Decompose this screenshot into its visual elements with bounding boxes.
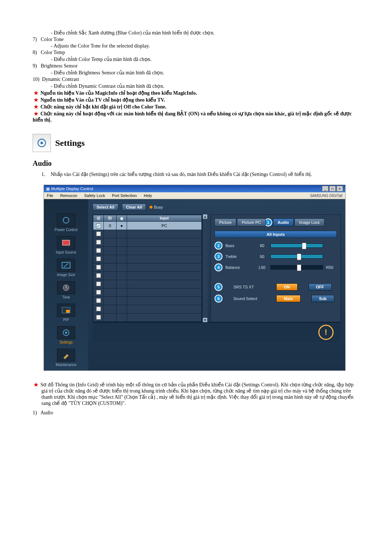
note-4: ★ Chức năng này chỉ hoạt động với các mà…: [33, 111, 359, 123]
slider-treble[interactable]: [270, 254, 323, 259]
row-check[interactable]: [96, 290, 101, 295]
row-check[interactable]: [96, 265, 101, 270]
srs-on-button[interactable]: ON: [276, 283, 298, 291]
label-srs: SRS TS XT: [233, 285, 265, 289]
row-check[interactable]: [96, 240, 101, 245]
sidebar-item-image[interactable]: Image Size: [46, 259, 86, 277]
table-row[interactable]: [93, 238, 202, 247]
menu-help[interactable]: Help: [144, 193, 152, 198]
table-row[interactable]: [93, 297, 202, 305]
note-3-text: Chức năng này chỉ bật khi đặt giá trị Of…: [41, 104, 167, 110]
row-check[interactable]: [96, 257, 101, 261]
label-brightness-sensor: Brightness Sensor: [41, 63, 78, 69]
sound-sub-button[interactable]: Sub: [311, 295, 334, 302]
busy-indicator: Busy: [150, 205, 163, 209]
col-check[interactable]: ☑: [93, 215, 104, 222]
callout-5: 5: [215, 283, 222, 291]
col-id[interactable]: ID: [104, 215, 117, 222]
menu-remocon[interactable]: Remocon: [60, 193, 77, 198]
sidebar-label-power: Power Control: [46, 228, 86, 232]
col-input[interactable]: Input: [127, 215, 202, 222]
maximize-button[interactable]: □: [329, 186, 336, 192]
app-icon: ▦: [46, 186, 50, 191]
item-9-sub: - Điều chỉnh Brightness Sensor của màn h…: [33, 70, 359, 76]
table-row[interactable]: [93, 280, 202, 288]
row-check[interactable]: [96, 298, 101, 303]
tab-picture[interactable]: Picture: [215, 218, 236, 226]
table-row[interactable]: [93, 313, 202, 322]
table-row[interactable]: [93, 247, 202, 255]
table-row[interactable]: [93, 255, 202, 263]
callout-6: 6: [215, 295, 222, 303]
row-input: PC: [127, 222, 202, 230]
row-lamp-icon: ●: [117, 222, 127, 230]
status-bar: !: [93, 322, 341, 342]
num-7: 7): [33, 37, 37, 42]
table-row[interactable]: [93, 263, 202, 272]
minimize-button[interactable]: _: [322, 186, 328, 192]
sidebar-item-maint[interactable]: Maintenance: [46, 349, 86, 367]
info-grid-note: ★ Sơ đồ Thông tin (Info Grid) sẽ trình b…: [33, 382, 359, 406]
sidebar-label-pip: PIP: [46, 318, 86, 322]
title-bar: ▦ Multiple Display Control _ □ ×: [44, 185, 345, 192]
sidebar-item-power[interactable]: Power Control: [46, 214, 86, 232]
item-10: 10) Dynamic Contrast: [33, 77, 359, 82]
table-row[interactable]: [93, 305, 202, 313]
value-balance-l: L50: [257, 265, 268, 270]
callout-2: 2: [215, 242, 222, 250]
row-check[interactable]: ✔: [96, 223, 101, 228]
svg-point-2: [63, 217, 69, 223]
clear-all-button[interactable]: Clear All: [122, 204, 146, 211]
tab-picture-pc[interactable]: Picture PC: [237, 218, 266, 226]
tab-audio[interactable]: Audio: [273, 218, 294, 226]
sidebar-item-settings[interactable]: Settings: [46, 326, 86, 344]
row-check[interactable]: [96, 231, 101, 236]
menu-file[interactable]: File: [47, 193, 53, 198]
num-8: 8): [33, 50, 37, 55]
scroll-down-icon[interactable]: ▼: [203, 318, 207, 322]
sidebar-item-input[interactable]: Input Source: [46, 236, 86, 254]
sound-main-button[interactable]: Main: [276, 295, 301, 302]
col-lamp[interactable]: ◉: [117, 215, 127, 222]
menu-port-selection[interactable]: Port Selection: [112, 193, 136, 198]
num-10: 10): [33, 77, 40, 82]
label-bass: Bass: [225, 243, 254, 248]
slider-balance[interactable]: [270, 265, 323, 270]
scroll-up-icon[interactable]: ▲: [203, 214, 207, 219]
sidebar-item-pip[interactable]: PIP: [46, 304, 86, 322]
time-icon: [57, 281, 75, 294]
item-8: 8) Color Temp: [33, 50, 359, 56]
tab-image-lock[interactable]: Image Lock: [294, 218, 324, 226]
svg-rect-7: [66, 310, 70, 313]
blue-sub: - Điều chỉnh Sắc Xanh dương (Blue Color)…: [33, 30, 359, 36]
app-title: Multiple Display Control: [51, 186, 93, 191]
sidebar-label-time: Time: [46, 295, 86, 299]
menu-safety-lock[interactable]: Safety Lock: [84, 193, 105, 198]
row-srs: 5 SRS TS XT ON OFF: [215, 283, 337, 291]
table-row[interactable]: [93, 272, 202, 280]
grid-scrollbar[interactable]: ▲ ▼: [202, 214, 208, 322]
row-check[interactable]: [96, 315, 101, 320]
sidebar-item-time[interactable]: Time: [46, 281, 86, 299]
item-7: 7) Color Tone: [33, 37, 359, 42]
table-row[interactable]: [93, 288, 202, 297]
row-sound-select: 6 Sound Select Main Sub: [215, 295, 337, 303]
table-row[interactable]: [93, 230, 202, 238]
item-audio: 1) Audio: [33, 410, 359, 416]
all-inputs-button[interactable]: All Inputs: [215, 231, 337, 238]
row-check[interactable]: [96, 307, 101, 311]
star-icon: ★: [33, 97, 39, 103]
star-icon: ★: [33, 111, 39, 117]
table-row[interactable]: ✔ 0 ● PC: [93, 222, 202, 230]
select-all-button[interactable]: Select All: [93, 204, 118, 211]
row-check[interactable]: [96, 248, 101, 253]
slider-bass[interactable]: [270, 243, 323, 248]
row-check[interactable]: [96, 273, 101, 278]
busy-dot-icon: [150, 206, 152, 209]
row-check[interactable]: [96, 282, 101, 286]
close-button[interactable]: ×: [336, 186, 343, 192]
sidebar: Power Control Input Source Image Size Ti…: [44, 199, 88, 370]
sidebar-label-input: Input Source: [46, 250, 86, 254]
srs-off-button[interactable]: OFF: [309, 283, 332, 291]
svg-point-1: [41, 142, 43, 144]
